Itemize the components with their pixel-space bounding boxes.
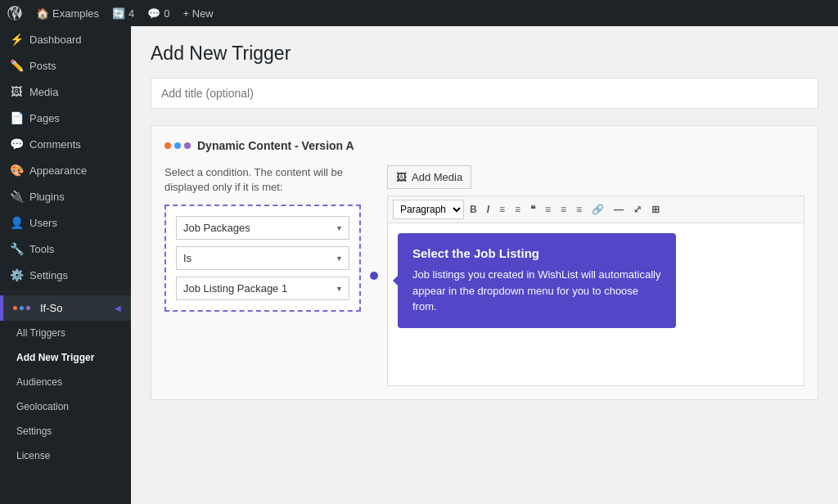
- posts-icon: ✏️: [10, 59, 23, 72]
- hr-button[interactable]: —: [610, 201, 628, 218]
- ifso-arrow-icon: ◀: [115, 304, 121, 313]
- site-name[interactable]: 🏠 Examples: [36, 7, 99, 20]
- ul-button[interactable]: ≡: [495, 201, 509, 218]
- dot-purple: [26, 306, 30, 310]
- link-button[interactable]: 🔗: [588, 201, 608, 218]
- sidebar-item-appearance[interactable]: 🎨 Appearance: [0, 157, 131, 183]
- sidebar-item-plugins[interactable]: 🔌 Plugins: [0, 183, 131, 209]
- title-input[interactable]: [151, 78, 818, 109]
- appearance-icon: 🎨: [10, 164, 23, 177]
- content-area: Add New Trigger Dynamic Content - Versio…: [131, 26, 838, 504]
- dynamic-block-title: Dynamic Content - Version A: [197, 139, 354, 152]
- dynamic-dots: [164, 142, 191, 149]
- job-packages-select[interactable]: Job Packages: [176, 216, 349, 240]
- new-item[interactable]: + New: [183, 7, 214, 20]
- dynamic-block-body: Select a condition. The content will be …: [164, 165, 804, 386]
- sidebar-item-dashboard[interactable]: ⚡ Dashboard: [0, 26, 131, 52]
- condition-panel: Select a condition. The content will be …: [164, 165, 361, 386]
- is-wrapper: Is: [176, 246, 349, 270]
- comments-item[interactable]: 💬 0: [147, 7, 169, 20]
- dynamic-dot-orange: [164, 142, 171, 149]
- add-media-button[interactable]: 🖼 Add Media: [387, 165, 471, 189]
- sidebar-item-tools[interactable]: 🔧 Tools: [0, 236, 131, 262]
- sidebar-divider: [0, 291, 131, 292]
- editor-toolbar: Paragraph B I ≡ ≡ ❝ ≡ ≡ ≡ 🔗 — ⤢ ⊞: [387, 196, 804, 223]
- ifso-dots: [13, 306, 30, 310]
- table-button[interactable]: ⊞: [647, 201, 664, 218]
- quote-button[interactable]: ❝: [526, 201, 539, 218]
- job-listing-select[interactable]: Job Listing Package 1: [176, 277, 349, 300]
- tooltip-body: Job listings you created in WishList wil…: [412, 267, 661, 315]
- submenu-audiences[interactable]: Audiences: [0, 370, 131, 394]
- ifso-submenu: All Triggers Add New Trigger Audiences G…: [0, 321, 131, 468]
- tooltip-callout: Select the Job Listing Job listings you …: [398, 233, 676, 328]
- users-icon: 👤: [10, 216, 23, 229]
- sidebar-item-media[interactable]: 🖼 Media: [0, 79, 131, 105]
- sidebar-item-users[interactable]: 👤 Users: [0, 209, 131, 236]
- align-center-button[interactable]: ≡: [556, 201, 570, 218]
- condition-dropdowns: Job Packages Is Job Listing Package 1: [164, 205, 361, 312]
- condition-label: Select a condition. The content will be …: [164, 165, 361, 195]
- dynamic-block: Dynamic Content - Version A Select a con…: [151, 125, 818, 400]
- admin-bar: 🏠 Examples 🔄 4 💬 0 + New: [0, 0, 838, 26]
- dynamic-block-header: Dynamic Content - Version A: [164, 139, 804, 152]
- dynamic-dot-blue: [174, 142, 181, 149]
- dot-blue: [20, 306, 24, 310]
- pages-icon: 📄: [10, 111, 23, 124]
- sidebar-item-settings[interactable]: ⚙️ Settings: [0, 262, 131, 288]
- dot-orange: [13, 306, 17, 310]
- sidebar-item-posts[interactable]: ✏️ Posts: [0, 52, 131, 79]
- main-layout: ⚡ Dashboard ✏️ Posts 🖼 Media 📄 Pages 💬 C…: [0, 26, 838, 504]
- add-media-icon: 🖼: [396, 171, 407, 183]
- align-left-button[interactable]: ≡: [541, 201, 555, 218]
- connector-dot: [370, 272, 378, 280]
- job-listing-wrapper: Job Listing Package 1: [176, 277, 349, 300]
- media-icon: 🖼: [10, 85, 23, 98]
- submenu-all-triggers[interactable]: All Triggers: [0, 321, 131, 345]
- dashboard-icon: ⚡: [10, 33, 23, 46]
- comments-icon: 💬: [10, 137, 23, 151]
- editor-panel: 🖼 Add Media Paragraph B I ≡ ≡ ❝ ≡ ≡: [387, 165, 804, 386]
- is-select[interactable]: Is: [176, 246, 349, 270]
- submenu-geolocation[interactable]: Geolocation: [0, 394, 131, 419]
- paragraph-select[interactable]: Paragraph: [393, 200, 464, 219]
- dynamic-dot-purple: [184, 142, 191, 149]
- submenu-add-new-trigger[interactable]: Add New Trigger: [0, 345, 131, 370]
- tools-icon: 🔧: [10, 242, 23, 255]
- page-title: Add New Trigger: [151, 43, 818, 65]
- job-packages-wrapper: Job Packages: [176, 216, 349, 240]
- sidebar-item-ifso[interactable]: If-So ◀: [0, 295, 131, 321]
- editor-area[interactable]: Select the Job Listing Job listings you …: [387, 223, 804, 386]
- sidebar-item-pages[interactable]: 📄 Pages: [0, 105, 131, 131]
- ol-button[interactable]: ≡: [511, 201, 525, 218]
- updates-item[interactable]: 🔄 4: [112, 7, 134, 20]
- wp-logo[interactable]: [7, 5, 23, 21]
- sidebar-item-comments[interactable]: 💬 Comments: [0, 131, 131, 157]
- align-right-button[interactable]: ≡: [572, 201, 586, 218]
- sidebar: ⚡ Dashboard ✏️ Posts 🖼 Media 📄 Pages 💬 C…: [0, 26, 131, 504]
- italic-button[interactable]: I: [483, 201, 493, 218]
- settings-icon: ⚙️: [10, 268, 23, 281]
- submenu-settings[interactable]: Settings: [0, 419, 131, 443]
- plugins-icon: 🔌: [10, 190, 23, 203]
- bold-button[interactable]: B: [466, 201, 481, 218]
- fullscreen-button[interactable]: ⤢: [629, 201, 646, 218]
- submenu-license[interactable]: License: [0, 443, 131, 468]
- tooltip-title: Select the Job Listing: [412, 246, 661, 260]
